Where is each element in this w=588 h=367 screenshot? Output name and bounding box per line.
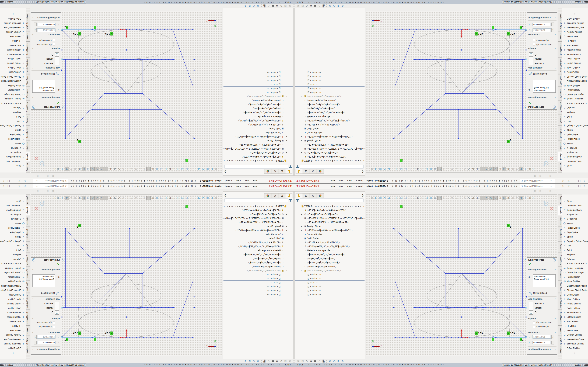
tree-item[interactable]: ▸▣○253ƐИNΑƱ+○∘○+ƱΑИN3Ɛ52○ xyxy=(294,268,365,272)
tree-item[interactable]: ≡Material < not specified > xyxy=(223,248,294,252)
toolbar-icon-34[interactable]: ▾ xyxy=(515,196,519,200)
tool-point[interactable]: ▪Point xyxy=(0,115,26,119)
tree-item[interactable]: ◺(-) Sketch1 xyxy=(223,272,294,276)
sketch-vertex[interactable] xyxy=(509,59,510,60)
tool-convert-entities[interactable]: ⊡Convert Entities xyxy=(0,332,26,337)
cmd-tab-weldments[interactable]: Weldments xyxy=(558,267,562,280)
bottom-toolbar-icon-2[interactable]: ✎ xyxy=(305,4,309,8)
sketch-ellipse[interactable] xyxy=(91,284,161,308)
relation-badge[interactable]: ∕3▴ xyxy=(507,140,510,143)
sketch-point[interactable] xyxy=(81,307,82,308)
pin-icon[interactable]: ▸ xyxy=(224,184,225,187)
selected-endpoint-handle[interactable] xyxy=(61,59,63,60)
sketch-vertex[interactable] xyxy=(461,317,462,317)
tree-filter-input[interactable] xyxy=(300,165,363,168)
display-manager-tab[interactable] xyxy=(264,169,271,174)
sketch-line[interactable] xyxy=(395,280,415,337)
keyboard-icon[interactable]: ⌨ xyxy=(0,363,3,366)
sketch-point[interactable] xyxy=(395,337,396,338)
pin-icon[interactable]: ▸ xyxy=(363,184,364,187)
sketch-point[interactable] xyxy=(147,59,148,60)
tree-item[interactable]: ★○253Ɛ╋∘♟◎ΛΑΦ○∘○ΦΑΛ◎♟∘╋Ɛ352○ xyxy=(294,208,365,212)
cmd-tab-surfaces[interactable]: Surfaces xyxy=(26,141,30,151)
cmd-tab-mbd-dimensions[interactable]: MBD Dimensions xyxy=(26,336,30,354)
menu-view[interactable]: View xyxy=(347,179,352,182)
toolbar-icon-15[interactable]: ▨ xyxy=(151,167,155,171)
cmd-tab-direct-editing[interactable]: Direct Editing xyxy=(558,125,562,140)
bottom-toolbar-icon-1[interactable]: ◨ xyxy=(301,4,305,8)
bottom-toolbar-icon-8[interactable]: ⊚ xyxy=(256,4,260,8)
toolbar-icon-3[interactable]: ◩ xyxy=(383,196,387,200)
add-relations-header[interactable]: Add Relations xyxy=(45,298,60,300)
flyout-chevron-icon[interactable]: ❯ xyxy=(362,194,364,196)
tree-item[interactable]: ▱○+◎╋○*◉[○∘○]◉*○╋◎+○ xyxy=(294,107,365,111)
options-header[interactable]: Options xyxy=(528,47,536,50)
bottom-toolbar-icon-5[interactable]: ⊘ xyxy=(317,359,321,363)
sketch-point[interactable] xyxy=(440,59,441,60)
toolbar-icon-8[interactable]: ◲ xyxy=(181,196,184,200)
toolbar-icon-7[interactable]: ◱ xyxy=(399,196,403,200)
sketch-vertex[interactable] xyxy=(129,138,130,139)
toolbar-icon-37[interactable]: ◉ xyxy=(56,167,60,171)
sketch-point[interactable] xyxy=(461,307,462,308)
tool-silhouette-entities[interactable]: ⊕Silhouette Entities xyxy=(0,341,26,346)
cmd-tab-markup[interactable]: Markup xyxy=(26,326,30,336)
collapse-chevron-icon[interactable]: ∧ xyxy=(32,317,34,319)
sketch-point[interactable] xyxy=(103,29,104,30)
sketch-point[interactable] xyxy=(105,307,106,308)
tree-item[interactable]: ▱○╋ИN◎♟+○*◉[○∘○]◉*○+♟◎ИN╋○ xyxy=(223,111,294,115)
restore-button[interactable]: ❐ xyxy=(6,180,11,183)
tool-trim-entities[interactable]: ✂Trim Entities xyxy=(562,43,588,48)
cmd-tab-mold-tools[interactable]: Mold Tools xyxy=(26,281,30,293)
sketch-point[interactable] xyxy=(161,307,162,308)
featuremanager-tab[interactable]: ▙ xyxy=(295,169,303,174)
sketch-point[interactable] xyxy=(419,59,420,60)
sketch-point[interactable] xyxy=(420,337,421,338)
restore-button[interactable]: ❐ xyxy=(577,180,582,183)
sketch-point[interactable] xyxy=(88,59,88,60)
sketch-point[interactable] xyxy=(103,337,104,338)
sketch-vertex[interactable] xyxy=(129,109,130,110)
tree-item[interactable]: ◺(-) Sketch2 xyxy=(223,276,294,281)
sketch-point[interactable] xyxy=(158,59,159,60)
tool-line[interactable]: ╱Line xyxy=(562,243,588,248)
sketch-vertex[interactable] xyxy=(126,317,127,317)
collapse-chevron-icon[interactable]: ∧ xyxy=(32,67,34,69)
tree-item[interactable]: ◺(-) Sketch6 xyxy=(223,292,294,297)
sketch-point[interactable] xyxy=(117,29,117,30)
sketch-point[interactable] xyxy=(99,337,100,338)
sketch-point[interactable] xyxy=(116,307,117,308)
cmd-tab-features[interactable]: Features xyxy=(558,162,562,173)
bottom-toolbar-icon-5[interactable]: ⊘ xyxy=(267,4,271,8)
angle-parameter-field[interactable]: 0.00000000° xyxy=(533,341,551,344)
toolbar-icon-29[interactable]: ⊙ xyxy=(493,196,498,200)
sketch-point[interactable] xyxy=(192,337,193,338)
menu-insert[interactable]: Insert xyxy=(356,179,362,182)
sketch-point[interactable] xyxy=(117,337,117,338)
toolbar-icon-37[interactable]: ◉ xyxy=(528,196,532,200)
collapse-chevron-icon[interactable]: ∧ xyxy=(554,331,556,333)
tool-corner-rectangle[interactable]: ▭Corner Rectangle xyxy=(562,93,588,97)
sketch-vertex[interactable] xyxy=(461,50,462,50)
toolbar-icon-22[interactable]: A xyxy=(463,167,467,171)
sketch-point[interactable] xyxy=(488,337,489,338)
tool-equation-driven-curve[interactable]: ƒEquation Driven Curve xyxy=(562,124,588,128)
sketch-vertex[interactable] xyxy=(92,257,93,258)
toolbar-icon-13[interactable]: ⊡ xyxy=(425,167,429,171)
toolbar-icon-31[interactable]: ⁂ xyxy=(82,196,86,200)
sketch-point[interactable] xyxy=(106,337,107,338)
cmd-tab-features[interactable]: Features xyxy=(26,162,30,173)
add-relations-header[interactable]: Add Relations xyxy=(528,298,543,300)
tool-intersection-curve[interactable]: ≋Intersection Curve xyxy=(562,337,588,342)
confirmation-corner-cancel-icon[interactable]: × xyxy=(35,156,38,161)
horizontal-relation-label[interactable]: Horizontal xyxy=(535,62,544,65)
sketch-point[interactable] xyxy=(415,59,416,60)
sketch-vertex[interactable] xyxy=(194,228,195,229)
tool-polygon[interactable]: ◇Polygon xyxy=(562,106,588,110)
tree-expander-icon[interactable]: ▸ xyxy=(301,151,304,154)
toolbar-icon-23[interactable]: ∿ xyxy=(117,196,121,200)
collapse-chevron-icon[interactable]: ∧ xyxy=(32,97,34,99)
sketch-point[interactable] xyxy=(116,59,117,60)
sketch-point[interactable] xyxy=(485,307,486,308)
bottom-toolbar-icon-2[interactable]: ✎ xyxy=(305,359,309,363)
